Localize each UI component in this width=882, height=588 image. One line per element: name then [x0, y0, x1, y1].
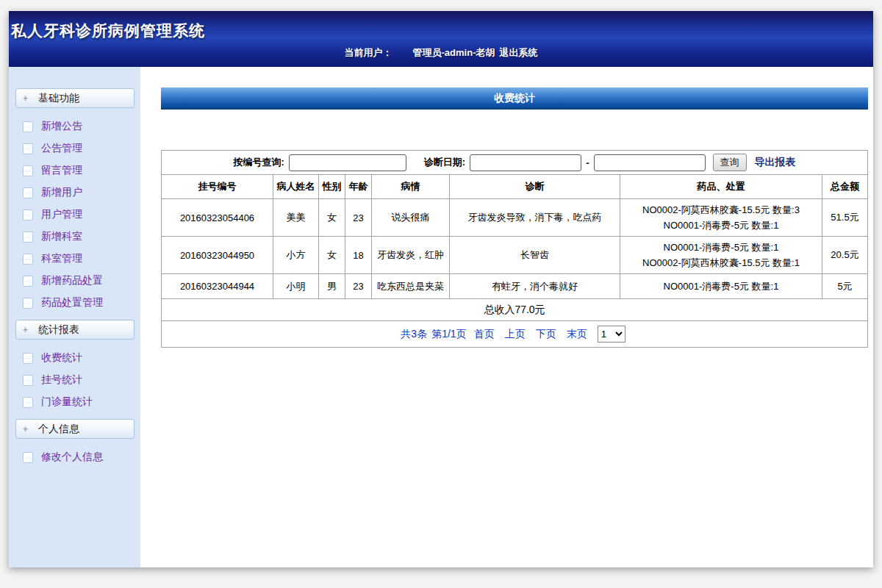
table-row: 20160323054406 美美 女 23 说头很痛 牙齿发炎导致，消下毒，吃…: [162, 199, 868, 237]
pagination: 共3条 第1/1页 首页 上页 下页 末页 1: [164, 326, 865, 343]
list-icon: ⋯: [23, 121, 33, 132]
user-bar: 当前用户：管理员-admin-老胡退出系统: [9, 46, 873, 60]
sidebar-item-registration-stats[interactable]: ⋯ 挂号统计: [9, 369, 140, 391]
sidebar: + 基础功能 ⋯ 新增公告 ⋯ 公告管理 ⋯ 留言管理 ⋯ 新增用户 ⋯ 用户管…: [9, 67, 140, 567]
cell-diagnosis: 牙齿发炎导致，消下毒，吃点药: [450, 199, 620, 237]
section-basic-functions[interactable]: + 基础功能: [15, 88, 135, 108]
total-income-summary: 总收入77.0元: [162, 299, 868, 321]
sidebar-item-notice-management[interactable]: ⋯ 公告管理: [9, 137, 140, 159]
cell-gender: 女: [319, 237, 345, 274]
col-condition: 病情: [372, 175, 450, 199]
list-icon: ⋯: [23, 232, 33, 243]
main-content: 收费统计 按编号查询: 诊断日期: -: [140, 67, 873, 567]
query-number-label: 按编号查询:: [233, 156, 284, 169]
prev-page-link[interactable]: 上页: [505, 328, 526, 341]
drug-line: NO0001-消毒费-5元 数量:1: [623, 240, 820, 255]
current-user-value: 管理员-admin-老胡: [413, 47, 495, 58]
cell-amount: 5元: [822, 274, 868, 299]
list-icon: ⋯: [23, 375, 33, 386]
cell-drugs: NO0001-消毒费-5元 数量:1: [620, 274, 822, 299]
section-label: 统计报表: [38, 323, 79, 337]
cell-age: 23: [345, 274, 372, 299]
date-from-input[interactable]: [470, 154, 581, 171]
cell-diagnosis: 有蛀牙，消个毒就好: [450, 274, 620, 299]
section-personal-info[interactable]: + 个人信息: [15, 419, 135, 439]
page-title-banner: 收费统计: [161, 87, 868, 110]
cell-reg-number: 20160323044950: [162, 237, 273, 274]
sidebar-item-edit-personal-info[interactable]: ⋯ 修改个人信息: [9, 446, 140, 468]
first-page-link[interactable]: 首页: [474, 328, 495, 341]
sidebar-item-add-notice[interactable]: ⋯ 新增公告: [9, 115, 140, 137]
app-window: 私人牙科诊所病例管理系统 当前用户：管理员-admin-老胡退出系统 + 基础功…: [9, 11, 873, 567]
sidebar-item-add-user[interactable]: ⋯ 新增用户: [9, 182, 140, 204]
drug-line: NO0002-阿莫西林胶囊-15.5元 数量:3: [623, 202, 820, 218]
section-statistics-reports[interactable]: + 统计报表: [15, 320, 135, 340]
cell-reg-number: 20160323054406: [162, 199, 273, 237]
list-icon: ⋯: [23, 298, 33, 309]
app-title: 私人牙科诊所病例管理系统: [9, 11, 873, 41]
cell-reg-number: 20160323044944: [162, 274, 273, 299]
cell-amount: 20.5元: [822, 237, 868, 274]
list-icon: ⋯: [23, 209, 33, 220]
search-bar: 按编号查询: 诊断日期: - 查询 导出报表: [164, 154, 865, 171]
cell-condition: 牙齿发炎，红肿: [372, 237, 450, 274]
list-icon: ⋯: [23, 353, 33, 364]
cell-patient-name: 小方: [273, 237, 319, 274]
list-icon: ⋯: [23, 165, 33, 176]
export-report-link[interactable]: 导出报表: [755, 156, 796, 169]
sidebar-item-drug-disposal-management[interactable]: ⋯ 药品处置管理: [9, 292, 140, 314]
cell-diagnosis: 长智齿: [450, 237, 620, 274]
fee-statistics-table: 按编号查询: 诊断日期: - 查询 导出报表 挂号编号: [161, 150, 868, 348]
expand-icon: +: [23, 93, 28, 104]
next-page-link[interactable]: 下页: [536, 328, 556, 341]
sidebar-item-department-management[interactable]: ⋯ 科室管理: [9, 248, 140, 270]
search-button[interactable]: 查询: [713, 154, 747, 171]
logout-link[interactable]: 退出系统: [499, 47, 537, 58]
list-icon: ⋯: [23, 452, 33, 463]
date-range-separator: -: [586, 157, 589, 168]
drug-line: NO0002-阿莫西林胶囊-15.5元 数量:1: [623, 255, 820, 270]
table-header-row: 挂号编号 病人姓名 性别 年龄 病情 诊断 药品、处置 总金额: [162, 175, 868, 199]
cell-age: 23: [345, 199, 372, 237]
col-total-amount: 总金额: [822, 175, 868, 199]
cell-drugs: NO0002-阿莫西林胶囊-15.5元 数量:3 NO0001-消毒费-5元 数…: [620, 199, 822, 237]
col-reg-number: 挂号编号: [162, 175, 273, 199]
list-icon: ⋯: [23, 276, 33, 287]
sidebar-item-add-department[interactable]: ⋯ 新增科室: [9, 226, 140, 248]
diagnosis-date-label: 诊断日期:: [424, 156, 465, 169]
cell-gender: 女: [319, 199, 345, 237]
page-select[interactable]: 1: [598, 326, 625, 343]
col-patient-name: 病人姓名: [273, 175, 319, 199]
cell-age: 18: [345, 237, 372, 274]
expand-icon: +: [23, 424, 28, 434]
last-page-link[interactable]: 末页: [567, 328, 587, 341]
sidebar-item-user-management[interactable]: ⋯ 用户管理: [9, 204, 140, 226]
page-indicator: 第1/1页: [431, 328, 466, 341]
col-diagnosis: 诊断: [450, 175, 620, 199]
list-icon: ⋯: [23, 187, 33, 198]
cell-patient-name: 小明: [273, 274, 319, 299]
current-user-label: 当前用户：: [345, 47, 392, 58]
section-label: 基础功能: [38, 92, 79, 105]
col-gender: 性别: [319, 175, 345, 199]
drug-line: NO0001-消毒费-5元 数量:1: [623, 279, 820, 294]
sidebar-item-add-drug-disposal[interactable]: ⋯ 新增药品处置: [9, 270, 140, 292]
cell-condition: 说头很痛: [372, 199, 450, 237]
col-age: 年龄: [345, 175, 372, 199]
query-number-input[interactable]: [289, 154, 406, 171]
expand-icon: +: [23, 325, 28, 335]
list-icon: ⋯: [23, 143, 33, 154]
date-to-input[interactable]: [594, 154, 706, 171]
app-header: 私人牙科诊所病例管理系统 当前用户：管理员-admin-老胡退出系统: [9, 11, 873, 67]
cell-patient-name: 美美: [273, 199, 319, 237]
sidebar-item-fee-stats[interactable]: ⋯ 收费统计: [9, 347, 140, 369]
section-label: 个人信息: [38, 423, 79, 436]
table-row: 20160323044950 小方 女 18 牙齿发炎，红肿 长智齿 NO000…: [162, 237, 868, 274]
list-icon: ⋯: [23, 254, 33, 265]
table-row: 20160323044944 小明 男 23 吃东西总是夹菜 有蛀牙，消个毒就好…: [162, 274, 868, 299]
sidebar-item-outpatient-stats[interactable]: ⋯ 门诊量统计: [9, 391, 140, 413]
col-drugs-disposal: 药品、处置: [620, 175, 822, 199]
record-count: 共3条: [401, 328, 427, 341]
sidebar-item-message-management[interactable]: ⋯ 留言管理: [9, 159, 140, 182]
list-icon: ⋯: [23, 397, 33, 408]
